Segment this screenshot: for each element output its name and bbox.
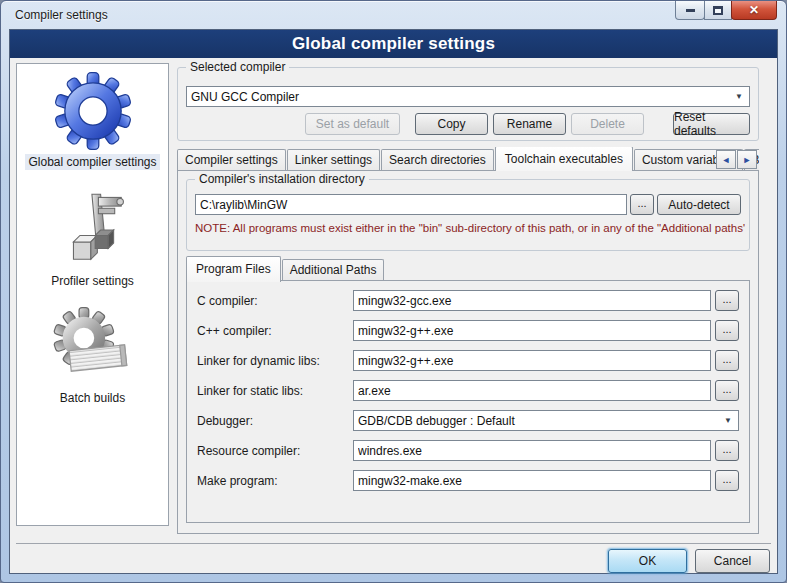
tab-toolchain-executables[interactable]: Toolchain executables xyxy=(495,147,633,171)
make-program-input[interactable] xyxy=(353,470,711,491)
dynamic-linker-input[interactable] xyxy=(353,350,711,371)
installation-directory-group: Compiler's installation directory ... Au… xyxy=(186,179,750,251)
browse-path-button[interactable]: ... xyxy=(630,194,654,215)
dynamic-linker-browse-button[interactable]: ... xyxy=(715,350,739,371)
minimize-icon xyxy=(686,9,695,12)
settings-category-sidebar: Global compiler settings xyxy=(16,63,169,526)
c-compiler-input[interactable] xyxy=(353,290,711,311)
selected-compiler-legend: Selected compiler xyxy=(186,60,289,74)
ok-button[interactable]: OK xyxy=(608,549,687,573)
gear-blue-icon xyxy=(52,70,134,152)
dialog-body: Global compiler settings xyxy=(9,29,778,574)
rename-button[interactable]: Rename xyxy=(493,113,566,135)
close-icon: ✕ xyxy=(749,3,759,17)
compiler-buttons-row: Set as default Copy Rename Delete Reset … xyxy=(186,113,750,135)
settings-tab-strip: Compiler settings Linker settings Search… xyxy=(177,147,759,171)
make-program-label: Make program: xyxy=(197,474,349,488)
chevron-down-icon: ▼ xyxy=(724,416,734,425)
tab-additional-paths[interactable]: Additional Paths xyxy=(282,259,385,281)
content-area: Global compiler settings xyxy=(10,58,777,573)
selected-compiler-group: Selected compiler GNU GCC Compiler ▼ Set… xyxy=(177,67,759,141)
debugger-label: Debugger: xyxy=(197,414,349,428)
program-files-panel: C compiler: ... C++ compiler: ... Linker… xyxy=(186,280,750,523)
field-row-static-linker: Linker for static libs: ... xyxy=(197,380,739,401)
bin-subdirectory-note: NOTE: All programs must exist either in … xyxy=(195,222,745,234)
sidebar-label-profiler[interactable]: Profiler settings xyxy=(17,273,168,289)
window-controls: ✕ xyxy=(675,1,777,20)
tab-linker-settings[interactable]: Linker settings xyxy=(287,149,380,171)
field-row-resource-compiler: Resource compiler: ... xyxy=(197,440,739,461)
cpp-compiler-input[interactable] xyxy=(353,320,711,341)
compiler-select[interactable]: GNU GCC Compiler ▼ xyxy=(186,86,750,107)
resource-compiler-label: Resource compiler: xyxy=(197,444,349,458)
page-title: Global compiler settings xyxy=(292,34,495,54)
field-row-c-compiler: C compiler: ... xyxy=(197,290,739,311)
dynamic-linker-label: Linker for dynamic libs: xyxy=(197,354,349,368)
copy-button[interactable]: Copy xyxy=(415,113,488,135)
resource-compiler-browse-button[interactable]: ... xyxy=(715,440,739,461)
dialog-header: Global compiler settings xyxy=(10,30,777,58)
installation-path-row: ... Auto-detect xyxy=(195,194,741,215)
toolchain-executables-page: Compiler's installation directory ... Au… xyxy=(177,170,759,534)
delete-button[interactable]: Delete xyxy=(571,113,644,135)
cancel-button[interactable]: Cancel xyxy=(695,549,770,573)
static-linker-label: Linker for static libs: xyxy=(197,384,349,398)
installation-directory-legend: Compiler's installation directory xyxy=(195,172,369,186)
field-row-make-program: Make program: ... xyxy=(197,470,739,491)
c-compiler-label: C compiler: xyxy=(197,294,349,308)
cpp-compiler-browse-button[interactable]: ... xyxy=(715,320,739,341)
caliper-icon xyxy=(58,192,128,268)
title-bar[interactable]: Compiler settings ✕ xyxy=(1,1,786,29)
compiler-settings-window: Compiler settings ✕ Global compiler sett… xyxy=(0,0,787,583)
sidebar-label-batch-builds[interactable]: Batch builds xyxy=(17,390,168,406)
cpp-compiler-label: C++ compiler: xyxy=(197,324,349,338)
program-tab-strip: Program Files Additional Paths xyxy=(186,259,385,281)
static-linker-input[interactable] xyxy=(353,380,711,401)
window-title: Compiler settings xyxy=(15,8,108,22)
installation-path-input[interactable] xyxy=(195,194,627,215)
resource-compiler-input[interactable] xyxy=(353,440,711,461)
debugger-select-value: GDB/CDB debugger : Default xyxy=(358,414,515,428)
tab-compiler-settings[interactable]: Compiler settings xyxy=(177,149,286,171)
chevron-down-icon: ▼ xyxy=(735,92,745,101)
sidebar-item-batch-builds[interactable] xyxy=(53,306,133,386)
static-linker-browse-button[interactable]: ... xyxy=(715,380,739,401)
gear-stack-icon xyxy=(53,306,133,382)
field-row-dynamic-linker: Linker for dynamic libs: ... xyxy=(197,350,739,371)
maximize-button[interactable] xyxy=(704,1,732,20)
sidebar-item-global-compiler[interactable] xyxy=(52,70,134,156)
field-row-cpp-compiler: C++ compiler: ... xyxy=(197,320,739,341)
auto-detect-button[interactable]: Auto-detect xyxy=(657,194,741,215)
tab-program-files[interactable]: Program Files xyxy=(186,256,281,282)
footer-separator xyxy=(16,543,771,544)
c-compiler-browse-button[interactable]: ... xyxy=(715,290,739,311)
set-as-default-button[interactable]: Set as default xyxy=(305,113,400,135)
close-button[interactable]: ✕ xyxy=(731,1,777,20)
tab-scroll-arrows: ◄ ► xyxy=(716,150,757,169)
main-panel: Selected compiler GNU GCC Compiler ▼ Set… xyxy=(177,58,761,536)
debugger-select[interactable]: GDB/CDB debugger : Default ▼ xyxy=(353,410,739,431)
reset-defaults-button[interactable]: Reset defaults xyxy=(673,113,750,135)
tab-search-directories[interactable]: Search directories xyxy=(381,149,494,171)
field-row-debugger: Debugger: GDB/CDB debugger : Default ▼ xyxy=(197,410,739,431)
maximize-icon xyxy=(713,6,723,15)
minimize-button[interactable] xyxy=(675,1,705,20)
make-program-browse-button[interactable]: ... xyxy=(715,470,739,491)
sidebar-label-global-compiler[interactable]: Global compiler settings xyxy=(17,154,168,170)
tab-scroll-right-icon[interactable]: ► xyxy=(737,150,757,169)
compiler-select-value: GNU GCC Compiler xyxy=(191,90,299,104)
tab-scroll-left-icon[interactable]: ◄ xyxy=(716,150,736,169)
sidebar-item-profiler[interactable] xyxy=(58,192,128,272)
